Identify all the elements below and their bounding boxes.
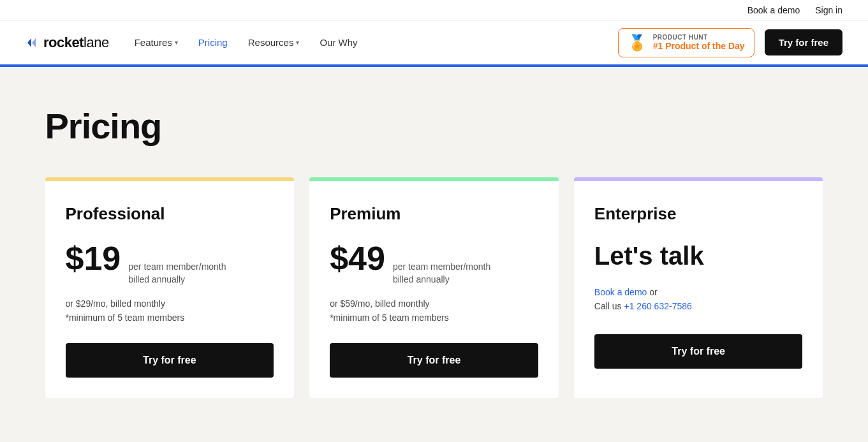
pricing-grid: Professional $19 per team member/month b…: [45, 177, 823, 398]
plan-name-enterprise: Enterprise: [594, 204, 803, 224]
main-content: Pricing Professional $19 per team member…: [20, 67, 849, 424]
nav-item-pricing[interactable]: Pricing: [198, 37, 228, 48]
logo-icon: [26, 36, 40, 50]
min-members-professional: *minimum of 5 team members: [66, 313, 274, 323]
pricing-card-enterprise: Enterprise Let's talk Book a demo or Cal…: [574, 177, 823, 398]
try-for-free-nav-button[interactable]: Try for free: [765, 29, 842, 55]
min-members-premium: *minimum of 5 team members: [330, 313, 538, 323]
try-for-free-professional-button[interactable]: Try for free: [66, 343, 274, 378]
card-body-premium: Premium $49 per team member/month billed…: [309, 181, 559, 398]
sign-in-link[interactable]: Sign in: [815, 5, 842, 15]
price-row-premium: $49 per team member/month billed annuall…: [330, 242, 538, 286]
chevron-down-icon: ▾: [175, 39, 178, 46]
enterprise-talk-text: Let's talk: [594, 242, 803, 270]
pricing-card-premium: Premium $49 per team member/month billed…: [309, 177, 559, 398]
price-amount-professional: $19: [66, 242, 121, 275]
plan-name-professional: Professional: [66, 204, 274, 224]
product-hunt-title: #1 Product of the Day: [653, 41, 745, 51]
nav-item-features[interactable]: Features ▾: [135, 37, 178, 48]
price-desc-professional: per team member/month billed annually: [128, 261, 226, 286]
chevron-down-icon: ▾: [296, 39, 299, 46]
navbar: rocketlane Features ▾ Pricing Resources …: [0, 21, 868, 64]
nav-item-our-why[interactable]: Our Why: [320, 37, 357, 48]
try-for-free-premium-button[interactable]: Try for free: [330, 343, 538, 378]
price-row-professional: $19 per team member/month billed annuall…: [66, 242, 274, 286]
nav-left: rocketlane Features ▾ Pricing Resources …: [26, 34, 358, 51]
medal-icon: 🏅: [628, 34, 647, 52]
plan-name-premium: Premium: [330, 204, 538, 224]
nav-item-resources[interactable]: Resources ▾: [248, 37, 300, 48]
card-body-professional: Professional $19 per team member/month b…: [45, 181, 295, 398]
price-desc-premium: per team member/month billed annually: [393, 261, 490, 286]
nav-right: 🏅 PRODUCT HUNT #1 Product of the Day Try…: [618, 28, 842, 57]
logo-text: rocketlane: [43, 34, 109, 51]
try-for-free-enterprise-button[interactable]: Try for free: [594, 334, 803, 369]
product-hunt-label: PRODUCT HUNT: [653, 34, 745, 41]
product-hunt-text: PRODUCT HUNT #1 Product of the Day: [653, 34, 745, 51]
top-bar: Book a demo Sign in: [0, 0, 868, 21]
card-body-enterprise: Enterprise Let's talk Book a demo or Cal…: [574, 181, 823, 389]
alt-price-premium: or $59/mo, billed monthly: [330, 298, 538, 309]
page-title: Pricing: [45, 105, 823, 147]
pricing-card-professional: Professional $19 per team member/month b…: [45, 177, 295, 398]
nav-links: Features ▾ Pricing Resources ▾ Our Why: [135, 37, 358, 48]
book-demo-topbar-link[interactable]: Book a demo: [747, 5, 800, 15]
alt-price-professional: or $29/mo, billed monthly: [66, 298, 274, 309]
phone-link[interactable]: +1 260 632-7586: [624, 301, 692, 311]
product-hunt-badge: 🏅 PRODUCT HUNT #1 Product of the Day: [618, 28, 754, 57]
enterprise-contact: Book a demo or Call us +1 260 632-7586: [594, 285, 803, 314]
logo[interactable]: rocketlane: [26, 34, 109, 51]
price-amount-premium: $49: [330, 242, 385, 275]
book-demo-enterprise-link[interactable]: Book a demo: [594, 287, 647, 297]
